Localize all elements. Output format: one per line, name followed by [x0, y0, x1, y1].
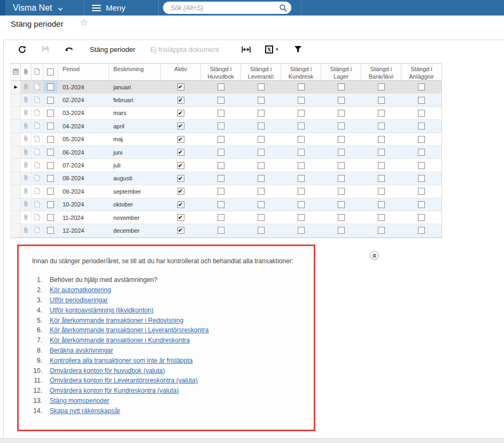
closed-fa-checkbox[interactable] — [418, 162, 425, 169]
paperclip-icon[interactable] — [24, 148, 28, 157]
closed-fa-cell[interactable] — [401, 133, 441, 146]
closed-ca-cell[interactable] — [361, 94, 401, 106]
row-note-cell[interactable] — [32, 81, 43, 93]
closed-fa-checkbox[interactable] — [418, 110, 425, 117]
table-row[interactable]: 09-2024 september — [11, 185, 441, 198]
row-attachment-cell[interactable] — [21, 120, 32, 132]
closed-ap-cell[interactable] — [241, 133, 281, 146]
closed-ca-checkbox[interactable] — [378, 97, 385, 104]
undo-icon[interactable] — [62, 42, 76, 56]
help-item-label[interactable]: Utför periodiseringar — [50, 296, 108, 304]
closed-in-checkbox[interactable] — [338, 83, 345, 90]
description-cell[interactable]: juli — [109, 159, 161, 171]
closed-ar-cell[interactable] — [281, 120, 321, 132]
paperclip-icon[interactable] — [24, 226, 28, 235]
active-cell[interactable] — [161, 159, 201, 171]
table-row[interactable]: 04-2024 april — [11, 120, 441, 133]
closed-ca-checkbox[interactable] — [378, 214, 385, 221]
row-note-cell[interactable] — [32, 107, 43, 119]
column-header-closed-fa[interactable]: Stängd i Anläggnir — [401, 64, 441, 80]
closed-in-checkbox[interactable] — [338, 201, 345, 208]
closed-ar-checkbox[interactable] — [298, 201, 305, 208]
closed-in-checkbox[interactable] — [338, 175, 345, 182]
row-select-checkbox[interactable] — [47, 188, 54, 195]
closed-gl-cell[interactable] — [201, 159, 241, 171]
help-item-label[interactable]: Omvärdera konton för Kundreskontra (valu… — [50, 387, 179, 394]
closed-ar-cell[interactable] — [281, 185, 321, 197]
active-checkbox[interactable] — [177, 175, 184, 182]
refresh-icon[interactable] — [15, 42, 29, 56]
closed-in-cell[interactable] — [321, 211, 361, 224]
closed-ca-checkbox[interactable] — [378, 83, 385, 90]
closed-in-cell[interactable] — [321, 81, 361, 93]
row-select-cell[interactable] — [43, 107, 58, 119]
document-icon[interactable] — [34, 162, 40, 170]
closed-in-cell[interactable] — [321, 146, 361, 158]
closed-gl-cell[interactable] — [201, 146, 241, 158]
active-cell[interactable] — [161, 120, 201, 132]
table-row[interactable]: 07-2024 juli — [11, 159, 441, 172]
row-select-cell[interactable] — [43, 211, 58, 224]
active-cell[interactable] — [161, 107, 201, 119]
row-select-cell[interactable] — [43, 81, 58, 93]
column-header-closed-in[interactable]: Stängd i Lager — [321, 64, 361, 80]
paperclip-icon[interactable] — [24, 109, 28, 117]
closed-ca-checkbox[interactable] — [378, 201, 385, 208]
row-select-checkbox[interactable] — [47, 123, 54, 129]
closed-gl-cell[interactable] — [201, 81, 241, 93]
closed-ap-checkbox[interactable] — [258, 201, 265, 208]
closed-fa-cell[interactable] — [401, 81, 441, 93]
closed-ar-cell[interactable] — [281, 146, 321, 158]
period-cell[interactable]: 10-2024 — [58, 198, 109, 211]
description-cell[interactable]: mars — [109, 107, 161, 119]
row-select-cell[interactable] — [43, 94, 58, 106]
description-cell[interactable]: oktober — [109, 198, 161, 211]
period-cell[interactable]: 05-2024 — [58, 133, 109, 146]
closed-in-cell[interactable] — [321, 172, 361, 185]
closed-ar-checkbox[interactable] — [298, 149, 305, 156]
filter-icon[interactable] — [291, 42, 305, 56]
active-checkbox[interactable] — [177, 227, 184, 234]
closed-fa-checkbox[interactable] — [418, 227, 425, 234]
closed-fa-checkbox[interactable] — [418, 83, 425, 90]
help-item-label[interactable]: Omvärdera konton för huvudbok (valuta) — [50, 367, 165, 375]
closed-ap-cell[interactable] — [241, 146, 281, 158]
row-note-cell[interactable] — [32, 120, 43, 132]
table-row[interactable]: 10-2024 oktober — [11, 198, 441, 211]
active-checkbox[interactable] — [177, 162, 184, 169]
paperclip-icon[interactable] — [24, 174, 28, 182]
active-checkbox[interactable] — [177, 214, 184, 221]
period-cell[interactable]: 09-2024 — [58, 185, 109, 197]
row-note-cell[interactable] — [32, 172, 43, 185]
closed-in-cell[interactable] — [321, 198, 361, 211]
closed-gl-checkbox[interactable] — [218, 162, 224, 169]
active-cell[interactable] — [161, 211, 201, 224]
excel-export-button[interactable]: X ▾ — [265, 45, 278, 54]
active-checkbox[interactable] — [177, 83, 184, 90]
closed-fa-checkbox[interactable] — [418, 149, 425, 156]
closed-gl-checkbox[interactable] — [218, 83, 224, 90]
description-cell[interactable]: april — [109, 120, 161, 132]
closed-ca-checkbox[interactable] — [378, 188, 385, 195]
table-row[interactable]: 08-2024 augusti — [11, 172, 441, 185]
closed-fa-cell[interactable] — [401, 146, 441, 158]
active-cell[interactable] — [161, 172, 201, 185]
closed-fa-cell[interactable] — [401, 211, 441, 224]
row-attachment-cell[interactable] — [21, 198, 32, 211]
table-row[interactable]: 05-2024 maj — [11, 133, 441, 146]
period-cell[interactable]: 04-2024 — [58, 120, 109, 132]
active-cell[interactable] — [161, 133, 201, 146]
help-item-label[interactable]: Kör automatkontering — [50, 286, 111, 294]
row-select-cell[interactable] — [43, 172, 58, 185]
closed-ar-cell[interactable] — [281, 159, 321, 171]
brand-menu[interactable]: Visma Net — [13, 0, 63, 16]
description-cell[interactable]: augusti — [109, 172, 161, 185]
closed-fa-cell[interactable] — [401, 224, 441, 236]
closed-gl-checkbox[interactable] — [218, 214, 224, 221]
active-checkbox[interactable] — [177, 149, 184, 156]
active-cell[interactable] — [161, 185, 201, 197]
closed-in-cell[interactable] — [321, 94, 361, 106]
closed-fa-checkbox[interactable] — [418, 136, 425, 143]
closed-fa-cell[interactable] — [401, 172, 441, 185]
closed-ca-cell[interactable] — [361, 224, 401, 236]
